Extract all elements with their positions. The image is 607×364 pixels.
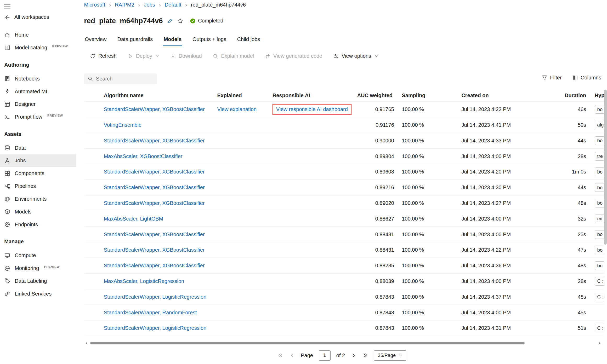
algorithm-link[interactable]: StandardScalerWrapper, XGBoostClassifier: [104, 263, 205, 268]
hyperparameters-chip[interactable]: bo: [595, 261, 604, 270]
col-created-on[interactable]: Created on: [461, 93, 554, 99]
breadcrumb-microsoft[interactable]: Microsoft: [84, 2, 105, 8]
toolbar-deploy[interactable]: Deploy: [127, 53, 159, 59]
hyperparameters-chip[interactable]: C :: [595, 324, 604, 332]
view-options-icon: [333, 53, 339, 59]
horizontal-scrollbar-track[interactable]: [90, 342, 596, 344]
sidebar-section-manage: Manage: [0, 231, 76, 249]
col-auc-weighted[interactable]: AUC weighted: [358, 93, 394, 99]
toolbar-explain-model[interactable]: Explain model: [213, 53, 254, 59]
sidebar-item-compute[interactable]: Compute: [0, 249, 76, 262]
hyperparameters-chip[interactable]: bo: [595, 105, 604, 114]
hyperparameters-chip[interactable]: mi: [595, 215, 604, 223]
sidebar-item-components[interactable]: Components: [0, 167, 76, 180]
sidebar-item-notebooks[interactable]: Notebooks: [0, 72, 76, 85]
favorite-star-button[interactable]: [177, 18, 183, 24]
sidebar-item-environments[interactable]: Environments: [0, 193, 76, 205]
scroll-left-arrow[interactable]: [84, 341, 88, 345]
hyperparameters-chip[interactable]: bo: [595, 230, 604, 239]
sidebar-item-home[interactable]: Home: [0, 29, 76, 42]
toolbar-refresh[interactable]: Refresh: [90, 53, 116, 59]
all-workspaces-back-button[interactable]: All workspaces: [0, 11, 76, 24]
vertical-scrollbar-thumb[interactable]: [604, 90, 606, 244]
tab-models[interactable]: Models: [163, 35, 183, 46]
col-explained[interactable]: Explained: [217, 93, 273, 99]
scroll-right-arrow[interactable]: [598, 341, 602, 345]
sidebar-item-automated-ml[interactable]: Automated ML: [0, 85, 76, 98]
view-responsible-ai-dashboard-link[interactable]: View responsible AI dashboard: [276, 106, 348, 112]
algorithm-link[interactable]: VotingEnsemble: [104, 122, 141, 128]
auc-weighted-value: 0.91765: [358, 106, 394, 112]
hyperparameters-chip[interactable]: bo: [595, 199, 604, 207]
toolbar-download[interactable]: Download: [170, 53, 202, 59]
breadcrumb-raipm2[interactable]: RAIPM2: [115, 2, 134, 8]
toolbar-view-generated-code[interactable]: View generated code: [265, 53, 322, 59]
algorithm-link[interactable]: StandardScalerWrapper, XGBoostClassifier: [104, 200, 205, 206]
duration-value: 44s: [554, 138, 586, 144]
sidebar-item-prompt-flow[interactable]: Prompt flow PREVIEW: [0, 111, 76, 123]
hyperparameters-chip[interactable]: bo: [595, 167, 604, 176]
breadcrumb-jobs[interactable]: Jobs: [144, 2, 155, 8]
star-icon: [177, 18, 183, 24]
algorithm-link[interactable]: StandardScalerWrapper, XGBoostClassifier: [104, 106, 205, 112]
hyperparameters-chip[interactable]: C :: [595, 293, 604, 301]
sidebar-item-models[interactable]: Models: [0, 205, 76, 218]
hyperparameters-chip[interactable]: bo: [595, 246, 604, 254]
hyperparameters-chip[interactable]: alg: [595, 121, 604, 129]
view-explanation-link[interactable]: View explanation: [217, 106, 257, 112]
next-page-button[interactable]: [351, 353, 356, 358]
sidebar-item-endpoints[interactable]: Endpoints: [0, 218, 76, 231]
horizontal-scrollbar-thumb[interactable]: [90, 342, 525, 344]
sidebar-item-data-labeling[interactable]: Data Labeling: [0, 275, 76, 287]
col-responsible-ai[interactable]: Responsible AI: [273, 93, 358, 99]
sidebar-item-monitoring[interactable]: Monitoring PREVIEW: [0, 262, 76, 275]
algorithm-link[interactable]: StandardScalerWrapper, XGBoostClassifier: [104, 232, 205, 237]
table-body: StandardScalerWrapper, XGBoostClassifier…: [84, 102, 604, 336]
columns-button[interactable]: Columns: [572, 75, 601, 81]
hamburger-menu-button[interactable]: [3, 2, 11, 10]
filter-button[interactable]: Filter: [542, 75, 562, 81]
algorithm-link[interactable]: MaxAbsScaler, LightGBM: [104, 216, 163, 222]
breadcrumb-default[interactable]: Default: [165, 2, 181, 8]
page-size-select[interactable]: 25/Page: [374, 350, 406, 360]
col-algorithm-name[interactable]: Algorithm name: [104, 93, 217, 99]
monitoring-icon: [4, 265, 10, 271]
hyperparameters-chip[interactable]: bo: [595, 183, 604, 192]
page-number-input[interactable]: [319, 350, 330, 360]
algorithm-link[interactable]: MaxAbsScaler, XGBoostClassifier: [104, 153, 183, 159]
hyperparameters-chip[interactable]: tre: [595, 152, 604, 161]
hyperparameters-chip[interactable]: bo: [595, 136, 604, 145]
previous-page-button[interactable]: [289, 353, 295, 358]
algorithm-link[interactable]: StandardScalerWrapper, LogisticRegressio…: [104, 325, 207, 331]
algorithm-link[interactable]: StandardScalerWrapper, XGBoostClassifier: [104, 138, 205, 143]
algorithm-link[interactable]: StandardScalerWrapper, LogisticRegressio…: [104, 294, 207, 300]
sidebar-item-data[interactable]: Data: [0, 142, 76, 154]
deploy-icon: [127, 53, 133, 59]
tab-child-jobs[interactable]: Child jobs: [236, 35, 261, 46]
sidebar-item-jobs[interactable]: Jobs: [0, 154, 76, 167]
sidebar-item-pipelines[interactable]: Pipelines: [0, 180, 76, 193]
algorithm-link[interactable]: StandardScalerWrapper, XGBoostClassifier: [104, 247, 205, 253]
col-hyperparameters[interactable]: Hyp: [595, 93, 604, 99]
auc-weighted-value: 0.88627: [358, 216, 394, 222]
algorithm-link[interactable]: StandardScalerWrapper, XGBoostClassifier: [104, 169, 205, 175]
algorithm-link[interactable]: MaxAbsScaler, LogisticRegression: [104, 278, 184, 284]
sidebar-item-designer[interactable]: Designer: [0, 98, 76, 111]
first-page-button[interactable]: [277, 353, 283, 358]
algorithm-link[interactable]: StandardScalerWrapper, RandomForest: [104, 310, 197, 315]
tab-overview[interactable]: Overview: [84, 35, 107, 46]
sidebar-item-model-catalog[interactable]: Model catalog PREVIEW: [0, 41, 76, 54]
toolbar-view-options[interactable]: View options: [333, 53, 378, 59]
hyperparameters-chip[interactable]: C :: [595, 277, 604, 286]
table-row: MaxAbsScaler, LogisticRegression 0.88039…: [84, 274, 604, 289]
tab-data-guardrails[interactable]: Data guardrails: [117, 35, 154, 46]
edit-name-button[interactable]: [167, 18, 173, 24]
sidebar-item-linked-services[interactable]: Linked Services: [0, 287, 76, 300]
algorithm-link[interactable]: StandardScalerWrapper, XGBoostClassifier: [104, 184, 205, 190]
double-chevron-left-icon: [277, 353, 283, 358]
search-input[interactable]: [96, 76, 153, 82]
col-sampling[interactable]: Sampling: [394, 93, 462, 99]
col-duration[interactable]: Duration: [554, 93, 586, 99]
last-page-button[interactable]: [362, 353, 368, 358]
tab-outputs-logs[interactable]: Outputs + logs: [192, 35, 227, 46]
